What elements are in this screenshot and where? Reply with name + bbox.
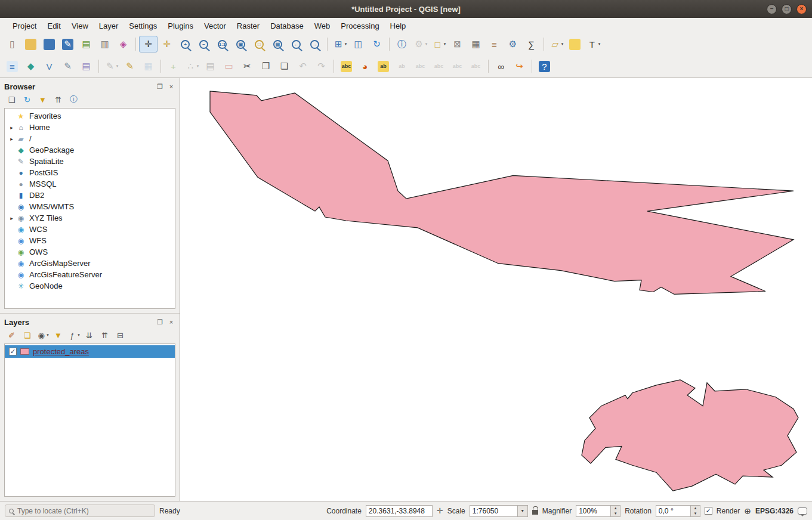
- refresh-map-icon[interactable]: ↻: [368, 36, 386, 52]
- zoom-in-icon[interactable]: +: [176, 36, 194, 52]
- toggle-editing-icon[interactable]: ✎: [121, 58, 139, 75]
- expand-arrow-icon[interactable]: ▸: [8, 215, 16, 221]
- osm-place-search-icon[interactable]: ↪: [510, 58, 529, 75]
- menu-database[interactable]: Database: [265, 19, 309, 33]
- new-shapefile-layer-icon[interactable]: V: [40, 58, 58, 75]
- browser-item-xyz-tiles[interactable]: ▸ ◉ XYZ Tiles: [5, 212, 175, 224]
- menu-web[interactable]: Web: [309, 19, 336, 33]
- measure-icon[interactable]: ▱▾: [547, 36, 566, 52]
- new-map-view-icon[interactable]: ⊞▾: [331, 36, 349, 52]
- pin-labels-icon[interactable]: ab: [393, 58, 411, 75]
- scale-dropdown-arrow[interactable]: ▼: [517, 505, 528, 517]
- protected-area-polygon-small[interactable]: [582, 380, 798, 491]
- menu-settings[interactable]: Settings: [124, 19, 162, 33]
- dropdown-arrow-icon[interactable]: ▾: [444, 42, 446, 47]
- change-label-icon[interactable]: abc: [467, 58, 485, 75]
- toggle-extents-icon[interactable]: ✛: [437, 506, 443, 515]
- browser-item-mssql[interactable]: ● MSSQL: [5, 178, 175, 190]
- close-panel-icon[interactable]: ×: [167, 83, 175, 91]
- zoom-full-icon[interactable]: ▣: [231, 36, 250, 52]
- browser-item-db2[interactable]: ▮ DB2: [5, 190, 175, 201]
- pan-to-selection-icon[interactable]: ✛: [158, 36, 176, 52]
- layer-labeling-icon[interactable]: abc: [337, 58, 356, 75]
- filter-by-expression-icon[interactable]: ƒ▾: [66, 329, 81, 342]
- modify-attributes-icon[interactable]: ▤: [201, 58, 220, 75]
- close-panel-icon[interactable]: ×: [167, 318, 175, 326]
- zoom-out-icon[interactable]: −: [194, 36, 213, 52]
- new-3d-map-view-icon[interactable]: ◫: [349, 36, 368, 52]
- map-tips-icon[interactable]: [566, 36, 584, 52]
- save-project-icon[interactable]: [40, 36, 58, 52]
- magnifier-down-arrow[interactable]: ▼: [611, 511, 620, 516]
- show-layout-manager-icon[interactable]: ▥: [95, 36, 114, 52]
- dropdown-arrow-icon[interactable]: ▾: [425, 42, 428, 47]
- dropdown-arrow-icon[interactable]: ▾: [116, 64, 119, 69]
- new-print-layout-icon[interactable]: ▤: [77, 36, 95, 52]
- dropdown-arrow-icon[interactable]: ▾: [78, 333, 80, 338]
- remove-layer-icon[interactable]: ⊟: [113, 329, 128, 342]
- maximize-button[interactable]: □: [782, 4, 792, 14]
- browser-properties-icon[interactable]: ⓘ: [66, 93, 81, 106]
- new-spatialite-layer-icon[interactable]: ✎: [58, 58, 77, 75]
- menu-project[interactable]: Project: [7, 19, 42, 33]
- scale-input[interactable]: [470, 505, 517, 517]
- dropdown-arrow-icon[interactable]: ▾: [598, 42, 601, 47]
- redo-icon[interactable]: ↷: [312, 58, 331, 75]
- expand-arrow-icon[interactable]: ▸: [8, 125, 16, 131]
- dropdown-arrow-icon[interactable]: ▾: [561, 42, 564, 47]
- browser-item-arcgismapserver[interactable]: ◉ ArcGisMapServer: [5, 258, 175, 269]
- save-project-as-icon[interactable]: ✎: [58, 36, 77, 52]
- paste-features-icon[interactable]: ❏: [275, 58, 294, 75]
- expand-arrow-icon[interactable]: ▸: [8, 136, 16, 142]
- close-button[interactable]: ×: [796, 4, 807, 14]
- vertex-tool-icon[interactable]: ∴▾: [183, 58, 201, 75]
- minimize-button[interactable]: –: [767, 4, 777, 14]
- rotation-down-arrow[interactable]: ▼: [691, 511, 700, 516]
- move-label-icon[interactable]: abc: [430, 58, 448, 75]
- browser-item-geonode[interactable]: ✳ GeoNode: [5, 280, 175, 292]
- current-edits-icon[interactable]: ✎▾: [102, 58, 121, 75]
- epsg-status[interactable]: EPSG:4326: [755, 507, 794, 515]
- menu-plugins[interactable]: Plugins: [162, 19, 199, 33]
- add-selected-layers-icon[interactable]: ❏: [4, 93, 19, 106]
- browser-item-ows[interactable]: ◉ OWS: [5, 246, 175, 258]
- browser-item-postgis[interactable]: ● PostGIS: [5, 167, 175, 178]
- dropdown-arrow-icon[interactable]: ▾: [47, 333, 49, 338]
- new-virtual-layer-icon[interactable]: ▤: [77, 58, 95, 75]
- zoom-to-selection-icon[interactable]: □: [250, 36, 268, 52]
- menu-edit[interactable]: Edit: [42, 19, 66, 33]
- layer-item-protected-areas[interactable]: ✓ protected_areas: [5, 345, 175, 358]
- menu-help[interactable]: Help: [385, 19, 412, 33]
- refresh-browser-icon[interactable]: ↻: [20, 93, 35, 106]
- filter-browser-icon[interactable]: ▼: [35, 93, 50, 106]
- run-feature-action-icon[interactable]: ⚙▾: [411, 36, 430, 52]
- lock-scale-icon[interactable]: [532, 510, 538, 515]
- undo-icon[interactable]: ↶: [294, 58, 312, 75]
- help-contents-icon[interactable]: ?: [535, 58, 554, 75]
- dropdown-arrow-icon[interactable]: ▾: [345, 42, 347, 47]
- select-features-icon[interactable]: □▾: [430, 36, 448, 52]
- rotate-label-icon[interactable]: abc: [448, 58, 467, 75]
- processing-toolbox-icon[interactable]: ⚙: [504, 36, 522, 52]
- float-panel-icon[interactable]: ❐: [156, 83, 164, 91]
- browser-item-wms-wmts[interactable]: ◉ WMS/WMTS: [5, 201, 175, 212]
- add-feature-icon[interactable]: +: [164, 58, 183, 75]
- open-attribute-table-icon[interactable]: ▦: [467, 36, 485, 52]
- collapse-all-layers-icon[interactable]: ⇈: [97, 329, 112, 342]
- save-layer-edits-icon[interactable]: ▦: [139, 58, 158, 75]
- zoom-next-icon[interactable]: →: [305, 36, 324, 52]
- locate-input[interactable]: [17, 507, 151, 515]
- coordinate-input[interactable]: [366, 505, 433, 517]
- deselect-features-icon[interactable]: ⊠: [448, 36, 467, 52]
- menu-vector[interactable]: Vector: [199, 19, 231, 33]
- browser-item-arcgisfeatureserver[interactable]: ◉ ArcGisFeatureServer: [5, 269, 175, 280]
- layer-diagram-icon[interactable]: ◕: [356, 58, 374, 75]
- menu-view[interactable]: View: [66, 19, 94, 33]
- titlebar[interactable]: *Untitled Project - QGIS [new] –□×: [0, 0, 812, 18]
- protected-area-polygon-large[interactable]: [210, 91, 794, 295]
- browser-item-spatialite[interactable]: ✎ SpatiaLite: [5, 156, 175, 167]
- magnifier-input[interactable]: [576, 505, 610, 517]
- messages-icon[interactable]: [798, 507, 807, 515]
- zoom-native-icon[interactable]: 1:1: [213, 36, 231, 52]
- identify-features-icon[interactable]: ⓘ: [393, 36, 411, 52]
